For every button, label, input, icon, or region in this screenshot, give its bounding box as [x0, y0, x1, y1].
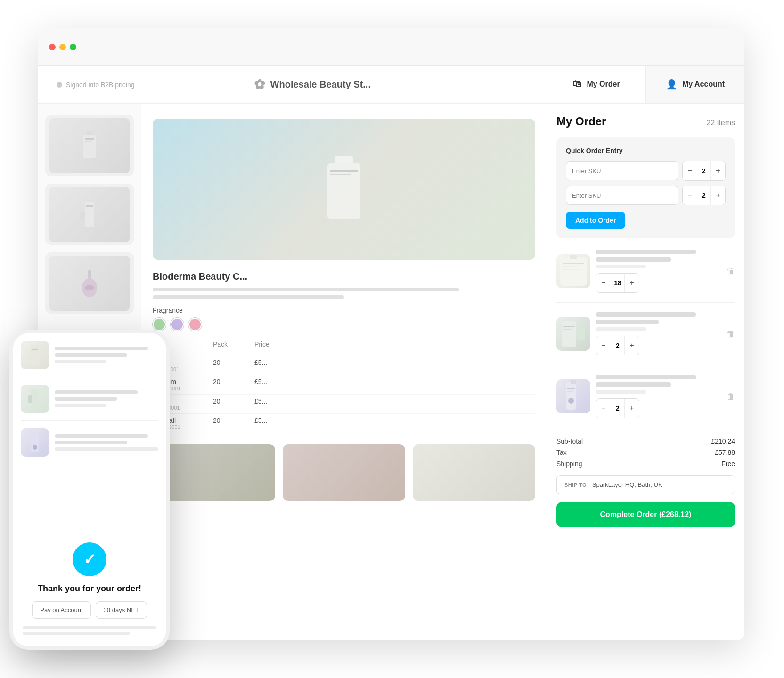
table-row[interactable]: Medium SKU M0001 20 £5... — [153, 375, 535, 395]
tab-my-order-label: My Order — [587, 80, 620, 89]
svg-rect-12 — [330, 170, 358, 172]
item-qty-decrease-2[interactable]: − — [596, 336, 611, 355]
success-circle: ✓ — [73, 542, 106, 576]
product-title: Bioderma Beauty C... — [153, 271, 535, 299]
item-qty-control-2: − 2 + — [596, 336, 639, 355]
tab-my-order[interactable]: 🛍 My Order — [547, 66, 646, 103]
svg-rect-0 — [86, 131, 93, 135]
table-row[interactable]: Large SKU L1001 20 £5... — [153, 356, 535, 375]
svg-rect-22 — [564, 329, 572, 330]
tax-value: £57.88 — [715, 449, 735, 456]
user-icon: 👤 — [666, 79, 678, 90]
pay-on-account-button[interactable]: Pay on Account — [32, 601, 90, 619]
phone-list — [13, 333, 166, 531]
delete-item-icon-2[interactable]: 🗑 — [727, 329, 735, 339]
store-logo: ✿ Wholesale Beauty St... — [254, 77, 371, 92]
svg-rect-20 — [577, 327, 585, 340]
col-price: Price — [254, 340, 292, 348]
phone-line — [55, 397, 117, 401]
svg-rect-10 — [335, 156, 353, 163]
qty-increase-2[interactable]: + — [711, 186, 725, 205]
thumb-image-1 — [49, 118, 129, 173]
delete-item-icon-1[interactable]: 🗑 — [727, 266, 735, 276]
phone-thumb-2 — [21, 385, 49, 413]
sku-input-1[interactable] — [566, 161, 678, 180]
thumb-image-2 — [49, 187, 129, 242]
product-thumbnail-1[interactable] — [45, 115, 134, 176]
product-thumbnail-2[interactable] — [45, 184, 134, 245]
phone-line — [55, 441, 127, 444]
table-row[interactable]: X-Small SKU XS001 20 £5... — [153, 414, 535, 433]
order-tabs: 🛍 My Order 👤 My Account — [547, 66, 744, 104]
fragrance-label: Fragrance — [153, 307, 535, 314]
item-name-bar — [596, 312, 696, 317]
product-details: Bioderma Beauty C... Fragrance Size — [141, 104, 547, 640]
item-qty-increase-3[interactable]: + — [625, 399, 639, 418]
item-qty-val-1: 18 — [611, 274, 625, 292]
fragrance-swatches — [153, 318, 535, 331]
order-item-info-2: − 2 + — [596, 312, 721, 355]
close-icon[interactable] — [49, 44, 56, 50]
order-item-image-1 — [556, 254, 590, 288]
svg-rect-2 — [85, 138, 94, 140]
tab-my-account[interactable]: 👤 My Account — [646, 66, 744, 103]
order-item-info-1: − 18 + — [596, 250, 721, 293]
item-qty-row-2: − 2 + — [596, 336, 721, 355]
complete-order-button[interactable]: Complete Order (£268.12) — [556, 502, 735, 527]
order-item-1: − 18 + 🗑 — [556, 250, 735, 303]
item-qty-row-3: − 2 + — [596, 398, 721, 418]
thank-you-text: Thank you for your order! — [38, 584, 141, 594]
item-name-bar — [596, 320, 659, 324]
phone-overlay: ✓ Thank you for your order! Pay on Accou… — [9, 330, 170, 650]
delete-item-icon-3[interactable]: 🗑 — [727, 392, 735, 402]
shipping-row: Shipping Free — [556, 460, 735, 468]
item-qty-decrease-1[interactable]: − — [596, 274, 611, 292]
bottom-image-1 — [153, 444, 275, 501]
phone-thumb-1 — [21, 341, 49, 369]
add-to-order-button[interactable]: Add to Order — [566, 212, 625, 229]
item-qty-increase-2[interactable]: + — [625, 336, 639, 355]
svg-rect-16 — [563, 263, 584, 264]
maximize-icon[interactable] — [70, 44, 76, 50]
bottom-line — [23, 632, 130, 635]
sku-row-2: − 2 + — [566, 186, 726, 205]
qty-decrease-2[interactable]: − — [683, 186, 697, 205]
store-header: Signed into B2B pricing ✿ Wholesale Beau… — [38, 66, 547, 104]
qty-control-1: − 2 + — [682, 161, 726, 181]
phone-line — [55, 360, 106, 363]
b2b-badge: Signed into B2B pricing — [57, 81, 135, 89]
item-name-bar — [596, 375, 696, 379]
sku-input-2[interactable] — [566, 186, 678, 205]
item-name-bar — [596, 250, 696, 254]
product-table-header: Size Pack Price — [153, 340, 535, 352]
svg-point-27 — [568, 398, 574, 404]
minimize-icon[interactable] — [59, 44, 66, 50]
phone-line — [55, 434, 148, 438]
item-qty-decrease-3[interactable]: − — [596, 399, 611, 418]
svg-rect-30 — [31, 389, 39, 409]
item-subinfo-bar — [596, 265, 646, 268]
product-thumbnail-3[interactable] — [45, 252, 134, 314]
svg-rect-8 — [88, 270, 91, 279]
swatch-purple[interactable] — [171, 318, 184, 331]
subtotal-label: Sub-total — [556, 437, 583, 445]
qty-increase-1[interactable]: + — [711, 161, 725, 180]
thumb-image-3 — [49, 256, 129, 311]
table-row[interactable]: Small SKU S0001 20 £5... — [153, 395, 535, 414]
svg-rect-15 — [570, 255, 577, 259]
phone-item-lines-1 — [55, 341, 158, 369]
item-qty-increase-1[interactable]: + — [625, 274, 639, 292]
swatch-pink[interactable] — [188, 318, 202, 331]
svg-rect-17 — [563, 266, 577, 267]
shipping-value: Free — [721, 460, 735, 468]
qty-decrease-1[interactable]: − — [683, 161, 697, 180]
tax-row: Tax £57.88 — [556, 449, 735, 456]
thank-you-section: ✓ Thank you for your order! Pay on Accou… — [13, 531, 166, 646]
swatch-green[interactable] — [153, 318, 166, 331]
net-terms-button[interactable]: 30 days NET — [96, 601, 147, 619]
phone-action-row: Pay on Account 30 days NET — [32, 601, 147, 619]
ship-to-label: SHIP TO — [564, 482, 587, 488]
phone-bottom-lines — [23, 626, 156, 635]
phone-item-lines-3 — [55, 428, 158, 457]
bottom-images — [153, 444, 535, 501]
